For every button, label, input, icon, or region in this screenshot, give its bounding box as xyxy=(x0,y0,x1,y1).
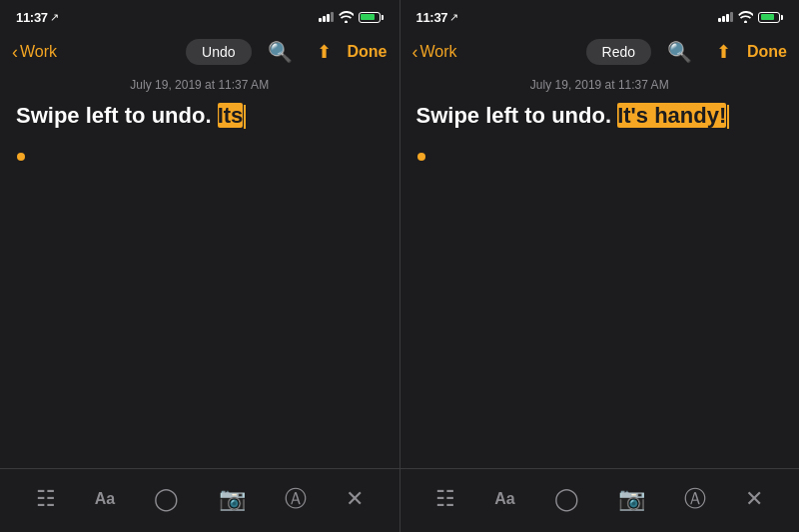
camera-icon-left[interactable]: 📷 xyxy=(219,486,246,512)
status-icons-right xyxy=(718,11,783,23)
text-format-icon-left[interactable]: Aa xyxy=(95,490,115,508)
search-icon-left[interactable]: 🔍 xyxy=(260,38,301,66)
checklist-icon-right[interactable]: ◯ xyxy=(554,486,579,512)
location-icon-right: ↗ xyxy=(449,11,458,24)
text-format-icon-right[interactable]: Aa xyxy=(494,490,514,508)
cursor-dot-right xyxy=(417,153,425,161)
share-icon-right[interactable]: ⬆ xyxy=(708,39,739,65)
share-icon-left[interactable]: ⬆ xyxy=(309,39,340,65)
note-text-static-left: Swipe left to undo. xyxy=(16,103,218,128)
note-text-right: Swipe left to undo. It's handy! xyxy=(416,102,784,159)
back-label-right: Work xyxy=(420,43,457,61)
close-icon-left[interactable]: ✕ xyxy=(346,486,364,512)
left-screen: 11:37 ↗ ‹ Work Undo 🔍 ⬆ Done xyxy=(0,0,400,532)
note-text-static-right: Swipe left to undo. xyxy=(416,103,618,128)
text-cursor-right xyxy=(727,105,729,129)
camera-icon-right[interactable]: 📷 xyxy=(618,486,645,512)
checklist-icon-left[interactable]: ◯ xyxy=(154,486,179,512)
battery-left xyxy=(359,12,384,23)
table-icon-left[interactable]: ☷ xyxy=(36,486,56,512)
status-bar-left: 11:37 ↗ xyxy=(0,0,400,30)
signal-bars-left xyxy=(319,12,334,22)
note-content-right: July 19, 2019 at 11:37 AM Swipe left to … xyxy=(400,74,800,468)
bottom-toolbar-left: ☷ Aa ◯ 📷 Ⓐ ✕ xyxy=(0,468,400,528)
back-button-right[interactable]: ‹ Work xyxy=(412,43,457,61)
redo-button[interactable]: Redo xyxy=(586,39,651,65)
pen-icon-right[interactable]: Ⓐ xyxy=(684,484,706,514)
status-time-right: 11:37 xyxy=(416,10,448,25)
right-screen: 11:37 ↗ ‹ Work Redo 🔍 ⬆ Done xyxy=(400,0,800,532)
note-date-right: July 19, 2019 at 11:37 AM xyxy=(416,78,784,92)
cursor-dot-left xyxy=(17,153,25,161)
undo-button[interactable]: Undo xyxy=(186,39,251,65)
toolbar-left: ‹ Work Undo 🔍 ⬆ Done xyxy=(0,30,400,74)
chevron-left-icon: ‹ xyxy=(12,43,18,61)
note-text-left: Swipe left to undo. Its xyxy=(16,102,384,159)
note-highlighted-right: It's handy! xyxy=(617,103,726,128)
wifi-icon-left xyxy=(339,11,354,23)
note-content-left: July 19, 2019 at 11:37 AM Swipe left to … xyxy=(0,74,400,468)
text-cursor-left xyxy=(244,105,246,129)
bottom-toolbar-right: ☷ Aa ◯ 📷 Ⓐ ✕ xyxy=(400,468,800,528)
table-icon-right[interactable]: ☷ xyxy=(435,486,455,512)
pen-icon-left[interactable]: Ⓐ xyxy=(285,484,307,514)
back-button-left[interactable]: ‹ Work xyxy=(12,43,57,61)
wifi-icon-right xyxy=(738,11,753,23)
done-button-right[interactable]: Done xyxy=(747,43,787,61)
toolbar-right: ‹ Work Redo 🔍 ⬆ Done xyxy=(400,30,800,74)
status-time-left: 11:37 xyxy=(16,10,48,25)
close-icon-right[interactable]: ✕ xyxy=(745,486,763,512)
battery-right xyxy=(758,12,783,23)
chevron-left-icon-right: ‹ xyxy=(412,43,418,61)
note-highlighted-left: Its xyxy=(218,103,244,128)
status-bar-right: 11:37 ↗ xyxy=(400,0,800,30)
status-icons-left xyxy=(319,11,384,23)
note-date-left: July 19, 2019 at 11:37 AM xyxy=(16,78,384,92)
signal-bars-right xyxy=(718,12,733,22)
location-icon-left: ↗ xyxy=(50,11,59,24)
back-label-left: Work xyxy=(20,43,57,61)
done-button-left[interactable]: Done xyxy=(348,43,388,61)
search-icon-right[interactable]: 🔍 xyxy=(659,38,700,66)
